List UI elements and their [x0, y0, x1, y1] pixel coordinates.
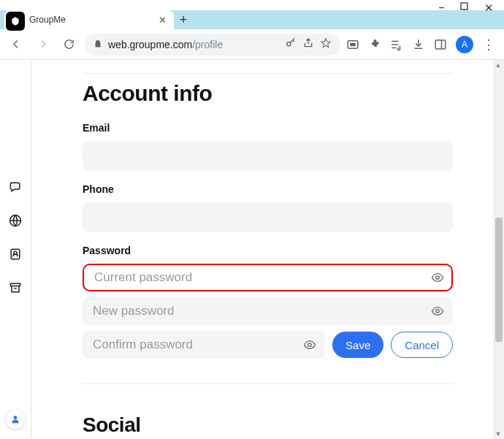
phone-label: Phone	[83, 183, 453, 195]
tab-title: GroupMe	[29, 15, 153, 25]
page-title: Account info	[83, 81, 453, 106]
playlist-icon[interactable]	[390, 38, 403, 51]
nav-reload-button[interactable]	[58, 34, 79, 55]
chats-icon[interactable]	[8, 180, 23, 194]
url-text: web.groupme.com/profile	[108, 39, 279, 50]
screenshot-icon[interactable]	[346, 38, 359, 51]
new-password-input[interactable]	[83, 297, 453, 325]
phone-field[interactable]	[83, 202, 453, 232]
window-minimize-button[interactable]: –	[439, 1, 444, 15]
titlebar: – ✕	[0, 0, 504, 10]
social-heading: Social	[83, 413, 453, 437]
svg-point-11	[436, 310, 440, 313]
contacts-icon[interactable]	[8, 247, 23, 262]
key-icon[interactable]	[285, 37, 297, 51]
cancel-button[interactable]: Cancel	[391, 332, 453, 358]
new-tab-button[interactable]: +	[174, 10, 193, 29]
panel-icon[interactable]	[434, 38, 447, 51]
svg-rect-4	[435, 40, 446, 49]
eye-icon[interactable]	[303, 338, 316, 351]
extensions-icon[interactable]	[368, 38, 381, 51]
scroll-down-arrow[interactable]: ▼	[495, 430, 502, 438]
window-close-button[interactable]: ✕	[484, 1, 494, 15]
browser-tab[interactable]: GroupMe ✕	[4, 10, 174, 29]
bookmark-star-icon[interactable]	[320, 37, 332, 51]
svg-point-10	[436, 276, 440, 280]
browser-toolbar: web.groupme.com/profile A ⋮	[0, 29, 504, 60]
nav-forward-button[interactable]	[32, 34, 53, 55]
window-maximize-button[interactable]	[460, 1, 468, 15]
profile-avatar[interactable]: A	[456, 36, 473, 53]
eye-icon[interactable]	[431, 305, 444, 318]
svg-rect-3	[350, 42, 356, 46]
confirm-password-input[interactable]	[83, 331, 325, 359]
svg-point-12	[308, 343, 312, 347]
current-password-input[interactable]	[83, 264, 453, 291]
groupme-logo[interactable]	[6, 12, 25, 31]
app-sidebar	[0, 60, 31, 439]
download-icon[interactable]	[412, 38, 425, 51]
tab-close-icon[interactable]: ✕	[159, 15, 167, 26]
email-label: Email	[83, 122, 453, 134]
scrollbar-thumb[interactable]	[495, 218, 503, 342]
scrollbar-track[interactable]: ▲ ▼	[493, 60, 504, 439]
lock-icon	[93, 39, 102, 50]
user-badge[interactable]	[6, 410, 25, 429]
password-label: Password	[83, 245, 453, 256]
nav-back-button[interactable]	[6, 34, 26, 55]
save-button[interactable]: Save	[332, 332, 383, 358]
section-divider	[83, 383, 453, 384]
email-field[interactable]	[83, 141, 453, 170]
svg-rect-0	[461, 3, 467, 9]
svg-point-1	[287, 42, 291, 46]
kebab-menu-icon[interactable]: ⋮	[482, 37, 495, 53]
discover-icon[interactable]	[8, 213, 23, 228]
section-divider	[83, 73, 453, 74]
share-icon[interactable]	[302, 37, 314, 51]
address-bar[interactable]: web.groupme.com/profile	[85, 34, 340, 56]
scroll-up-arrow[interactable]: ▲	[495, 61, 502, 69]
main-content: Account info Email Phone Password Save C…	[31, 60, 504, 439]
eye-icon[interactable]	[431, 271, 444, 284]
svg-rect-9	[10, 283, 20, 286]
archive-icon[interactable]	[8, 280, 23, 295]
